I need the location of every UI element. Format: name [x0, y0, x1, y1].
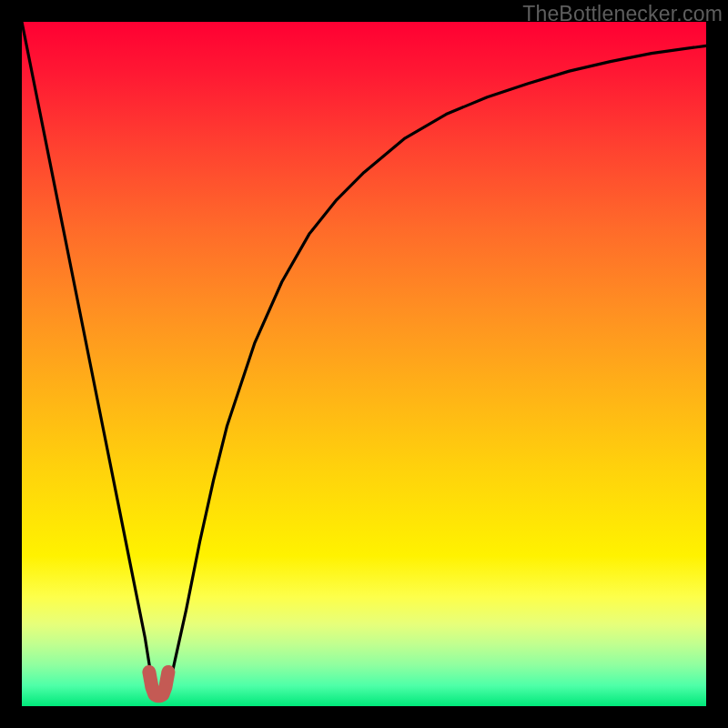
- plot-area: [22, 22, 706, 706]
- bottom-marker: [149, 672, 168, 695]
- attribution-text: TheBottlenecker.com: [522, 2, 723, 26]
- chart-frame: TheBottlenecker.com: [0, 0, 728, 728]
- chart-svg: [22, 22, 706, 706]
- bottleneck-curve: [22, 22, 706, 696]
